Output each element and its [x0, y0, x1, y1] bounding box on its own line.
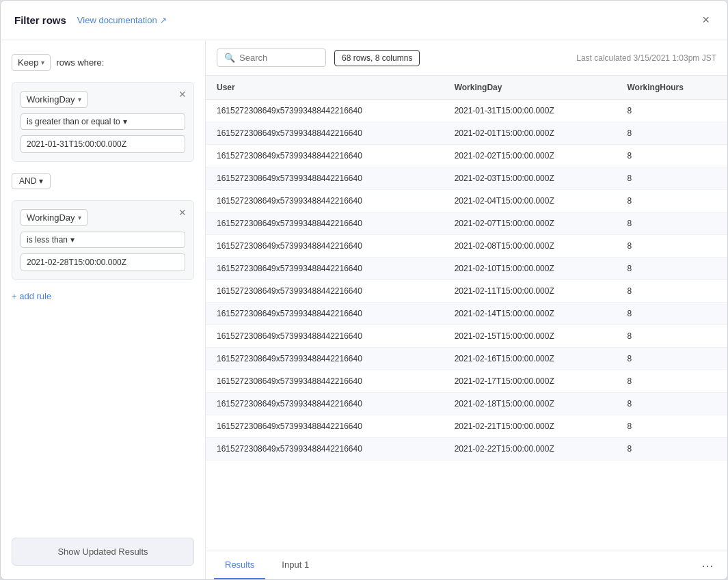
- table-cell: 2021-02-16T15:00:00.000Z: [444, 348, 617, 370]
- external-link-icon: ↗: [160, 16, 167, 25]
- table-cell: 2021-02-21T15:00:00.000Z: [444, 415, 617, 438]
- table-row: 1615272308649x5739934884422166402021-02-…: [206, 438, 727, 460]
- table-cell: 1615272308649x573993488442216640: [206, 145, 444, 167]
- left-panel: Keep ▾ rows where: ✕ WorkingDay ▾ is gre…: [1, 40, 206, 579]
- table-row: 1615272308649x5739934884422166402021-02-…: [206, 190, 727, 212]
- table-cell: 8: [617, 258, 728, 280]
- table-cell: 8: [617, 348, 728, 370]
- table-cell: 2021-02-07T15:00:00.000Z: [444, 212, 617, 235]
- view-documentation-link[interactable]: View documentation ↗: [77, 15, 167, 25]
- search-box: 🔍: [217, 49, 326, 67]
- table-row: 1615272308649x5739934884422166402021-02-…: [206, 280, 727, 303]
- chevron-down-icon: ▾: [39, 176, 43, 186]
- table-row: 1615272308649x5739934884422166402021-02-…: [206, 370, 727, 393]
- modal-body: Keep ▾ rows where: ✕ WorkingDay ▾ is gre…: [1, 40, 727, 579]
- table-cell: 1615272308649x573993488442216640: [206, 415, 444, 438]
- table-row: 1615272308649x5739934884422166402021-02-…: [206, 348, 727, 370]
- table-cell: 1615272308649x573993488442216640: [206, 100, 444, 122]
- filter-rows-modal: Filter rows View documentation ↗ × Keep …: [0, 0, 728, 580]
- table-cell: 8: [617, 145, 728, 167]
- table-row: 1615272308649x5739934884422166402021-02-…: [206, 167, 727, 190]
- table-cell: 1615272308649x573993488442216640: [206, 122, 444, 145]
- chevron-down-icon: ▾: [78, 96, 81, 103]
- right-header: 🔍 68 rows, 8 columns Last calculated 3/1…: [206, 40, 727, 76]
- keep-row: Keep ▾ rows where:: [12, 54, 194, 71]
- rule1-close-button[interactable]: ✕: [177, 88, 188, 100]
- rule1-field-dropdown[interactable]: WorkingDay ▾: [21, 91, 87, 108]
- table-cell: 1615272308649x573993488442216640: [206, 438, 444, 460]
- show-updated-results-button[interactable]: Show Updated Results: [12, 538, 194, 566]
- table-cell: 2021-02-22T15:00:00.000Z: [444, 438, 617, 460]
- table-cell: 1615272308649x573993488442216640: [206, 280, 444, 303]
- table-cell: 8: [617, 100, 728, 122]
- and-connector-dropdown[interactable]: AND ▾: [12, 173, 51, 189]
- chevron-down-icon: ▾: [78, 214, 81, 221]
- col-header-workingday: WorkingDay: [444, 76, 617, 100]
- tab-input1[interactable]: Input 1: [271, 551, 320, 579]
- rule1-field-row: WorkingDay ▾: [21, 91, 185, 108]
- table-cell: 8: [617, 415, 728, 438]
- table-row: 1615272308649x5739934884422166402021-02-…: [206, 303, 727, 325]
- filter-rule-2: ✕ WorkingDay ▾ is less than ▾: [12, 200, 194, 280]
- and-connector: AND ▾: [12, 173, 194, 189]
- table-row: 1615272308649x5739934884422166402021-02-…: [206, 235, 727, 258]
- table-cell: 8: [617, 235, 728, 258]
- keep-dropdown[interactable]: Keep ▾: [12, 54, 51, 71]
- data-table: User WorkingDay WorkingHours 16152723086…: [206, 76, 727, 460]
- table-header: User WorkingDay WorkingHours: [206, 76, 727, 100]
- table-cell: 2021-01-31T15:00:00.000Z: [444, 100, 617, 122]
- table-row: 1615272308649x5739934884422166402021-02-…: [206, 393, 727, 415]
- table-row: 1615272308649x5739934884422166402021-02-…: [206, 258, 727, 280]
- rule2-condition-row: is less than ▾: [21, 232, 185, 248]
- table-cell: 2021-02-17T15:00:00.000Z: [444, 370, 617, 393]
- chevron-down-icon: ▾: [70, 235, 75, 245]
- search-icon: 🔍: [224, 53, 235, 63]
- table-cell: 1615272308649x573993488442216640: [206, 235, 444, 258]
- chevron-down-icon: ▾: [123, 117, 127, 126]
- table-cell: 2021-02-10T15:00:00.000Z: [444, 258, 617, 280]
- table-cell: 1615272308649x573993488442216640: [206, 303, 444, 325]
- tab-results[interactable]: Results: [214, 551, 265, 579]
- search-input[interactable]: [239, 53, 319, 63]
- table-cell: 8: [617, 167, 728, 190]
- table-cell: 2021-02-08T15:00:00.000Z: [444, 235, 617, 258]
- modal-title: Filter rows: [14, 14, 66, 26]
- rule1-condition-row: is greater than or equal to ▾: [21, 113, 185, 130]
- rule2-close-button[interactable]: ✕: [177, 206, 188, 219]
- add-rule-button[interactable]: + add rule: [12, 291, 194, 301]
- table-row: 1615272308649x5739934884422166402021-02-…: [206, 212, 727, 235]
- table-cell: 8: [617, 325, 728, 348]
- table-footer: Results Input 1 ⋯: [206, 551, 727, 579]
- table-cell: 2021-02-15T15:00:00.000Z: [444, 325, 617, 348]
- table-row: 1615272308649x5739934884422166402021-02-…: [206, 145, 727, 167]
- rule2-condition-dropdown[interactable]: is less than ▾: [21, 232, 185, 248]
- table-cell: 2021-02-03T15:00:00.000Z: [444, 167, 617, 190]
- close-button[interactable]: ×: [698, 12, 714, 29]
- table-cell: 8: [617, 212, 728, 235]
- more-options-button[interactable]: ⋯: [696, 555, 719, 576]
- table-row: 1615272308649x5739934884422166402021-02-…: [206, 122, 727, 145]
- right-panel: 🔍 68 rows, 8 columns Last calculated 3/1…: [206, 40, 727, 579]
- col-header-workinghours: WorkingHours: [617, 76, 728, 100]
- rows-where-label: rows where:: [56, 57, 104, 68]
- table-cell: 1615272308649x573993488442216640: [206, 190, 444, 212]
- table-cell: 1615272308649x573993488442216640: [206, 258, 444, 280]
- rule2-value-input[interactable]: [21, 253, 185, 271]
- table-cell: 1615272308649x573993488442216640: [206, 212, 444, 235]
- rule1-value-input[interactable]: [21, 135, 185, 153]
- table-cell: 2021-02-11T15:00:00.000Z: [444, 280, 617, 303]
- rule2-field-row: WorkingDay ▾: [21, 209, 185, 226]
- rule2-field-dropdown[interactable]: WorkingDay ▾: [21, 209, 87, 226]
- table-container: User WorkingDay WorkingHours 16152723086…: [206, 76, 727, 551]
- table-cell: 8: [617, 122, 728, 145]
- table-cell: 1615272308649x573993488442216640: [206, 370, 444, 393]
- table-cell: 8: [617, 438, 728, 460]
- col-header-user: User: [206, 76, 444, 100]
- table-cell: 1615272308649x573993488442216640: [206, 348, 444, 370]
- rule1-condition-dropdown[interactable]: is greater than or equal to ▾: [21, 113, 185, 130]
- table-row: 1615272308649x5739934884422166402021-02-…: [206, 325, 727, 348]
- rule1-value-row: [21, 135, 185, 153]
- table-cell: 2021-02-01T15:00:00.000Z: [444, 122, 617, 145]
- table-cell: 8: [617, 393, 728, 415]
- table-body: 1615272308649x5739934884422166402021-01-…: [206, 100, 727, 460]
